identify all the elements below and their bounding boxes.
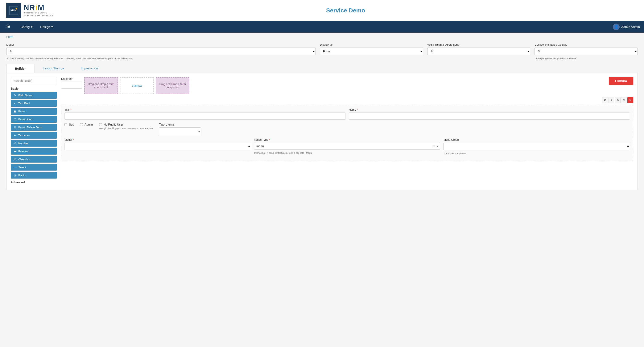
logo-nrim: NRiM [24, 4, 54, 12]
sidebar-btn-button-alert-label: Button Alert [18, 118, 32, 121]
sidebar-btn-checkbox[interactable]: ☑ Checkbox [11, 156, 57, 163]
drop-zone-3-text: Drag and Drop a form component [158, 83, 187, 89]
sidebar-btn-field-name-label: Field Name [18, 94, 32, 97]
model-select[interactable]: Si No [6, 48, 316, 55]
tipo-utente-label: Tipo Utente [159, 123, 201, 126]
toolbar-delete-icon[interactable]: ✕ [628, 97, 633, 103]
tab-layout-stampa[interactable]: Layout Stampa [34, 64, 72, 73]
drop-zone-1[interactable]: Drag and Drop a form component [84, 77, 118, 94]
nav-user: 👤 Admin Admin [613, 24, 640, 30]
search-input[interactable] [11, 77, 57, 84]
breadcrumb-form-link[interactable]: Form [6, 35, 13, 39]
password-icon: ✱ [13, 150, 16, 153]
list-order-input[interactable] [61, 82, 82, 89]
sidebar-btn-select[interactable]: ≡ Select [11, 164, 57, 171]
drop-zone-1-text: Drag and Drop a form component [87, 83, 116, 89]
model-label: Model [6, 43, 316, 46]
action-type-clear-icon[interactable]: ✕ [432, 144, 435, 148]
user-avatar-icon: 👤 [613, 24, 620, 30]
checkbox-icon: ☑ [13, 158, 16, 161]
tab-builder[interactable]: Builder [6, 64, 34, 73]
top-header: NRiM NRiM ISTITUTO NAZIONALE DI RICERCA … [0, 0, 644, 21]
list-order-label: List order [61, 77, 82, 80]
checkbox-row: Sys Admin No Public User solo gli utenti… [64, 123, 630, 135]
button-alert-icon: ⊡ [13, 118, 16, 121]
title-input[interactable] [64, 113, 346, 120]
toolbar-edit-icon[interactable]: ✎ [615, 97, 621, 103]
nav-home-icon[interactable]: 🏛 [4, 25, 12, 29]
toolbar-refresh-icon[interactable]: ⟳ [621, 97, 627, 103]
action-type-dropdown-icon[interactable]: ▾ [436, 144, 438, 148]
vedi-select[interactable]: Sì No [427, 48, 530, 55]
sys-checkbox[interactable] [64, 123, 67, 126]
no-public-checkbox[interactable] [99, 123, 102, 126]
model-field-required: * [73, 138, 74, 141]
title-field-group: Title * [64, 108, 346, 120]
text-field-icon: >_ [13, 102, 16, 105]
sidebar-btn-select-label: Select [18, 166, 26, 169]
admin-checkbox-item: Admin [80, 123, 93, 126]
nav-design-label: Design [40, 25, 50, 29]
text-area-icon: A [13, 134, 16, 137]
build-area: List order Drag and Drop a form componen… [61, 77, 633, 186]
select-icon: ≡ [13, 166, 16, 169]
title-name-row: Title * Name * [64, 108, 630, 120]
user-name: Admin Admin [621, 25, 640, 29]
sidebar-btn-button-label: Button [18, 110, 26, 113]
tipo-utente-select[interactable] [159, 127, 201, 135]
toolbar-add-icon[interactable]: + [608, 97, 614, 103]
model-group: Model Si No Si: crea il model | | No: so… [6, 43, 316, 60]
admin-checkbox[interactable] [80, 123, 83, 126]
menu-group-hint: TODO: da completare [444, 152, 630, 155]
sidebar-btn-password-label: Password [18, 150, 30, 153]
logo-dot: i [35, 3, 38, 12]
gestisci-select[interactable]: Si No [534, 48, 638, 55]
menu-group-select[interactable] [444, 143, 630, 150]
sidebar-btn-text-field-label: Text Field [18, 102, 30, 105]
display-select[interactable]: Form List [320, 48, 423, 55]
sidebar-section-advanced: Advanced [11, 181, 57, 184]
drop-zone-stampa[interactable]: stampa [120, 77, 154, 94]
sidebar-btn-button-alert[interactable]: ⊡ Button Alert [11, 116, 57, 123]
toolbar-icons: ⚙ + ✎ ⟳ ✕ [61, 97, 633, 103]
number-icon: # [13, 142, 16, 145]
action-type-field-group: Action Type * menu ✕ ▾ Interfaccia --> s… [254, 138, 440, 155]
list-order-box: List order [61, 77, 82, 89]
vedi-group: Vedi Pulsante 'Abbandona' Sì No [427, 43, 530, 55]
sidebar-btn-password[interactable]: ✱ Password [11, 148, 57, 155]
model-field-select[interactable] [64, 143, 251, 150]
name-input[interactable] [349, 113, 630, 120]
breadcrumb-separator: - [14, 35, 15, 39]
nav-design-arrow: ▾ [51, 25, 53, 29]
nav-design[interactable]: Design ▾ [36, 21, 57, 33]
toolbar-settings-icon[interactable]: ⚙ [602, 97, 608, 103]
model-field-label: Model * [64, 138, 251, 141]
sidebar-btn-field-name[interactable]: ✎ Field Name [11, 92, 57, 99]
builder-container: Basic ✎ Field Name >_ Text Field ▣ Butto… [6, 73, 638, 190]
sidebar-btn-text-field[interactable]: >_ Text Field [11, 100, 57, 107]
tab-impostazioni[interactable]: Impostazioni [72, 64, 107, 73]
gestisci-group: Gestisci onchange Goblale Si No Usare pe… [534, 43, 638, 60]
logo-area: NRiM NRiM ISTITUTO NAZIONALE DI RICERCA … [6, 3, 54, 18]
elimina-button[interactable]: Elimina [609, 77, 633, 85]
nav-bar: 🏛 Config ▾ Design ▾ 👤 Admin Admin [0, 21, 644, 33]
sidebar-btn-number-label: Number [18, 142, 28, 145]
action-type-input[interactable]: menu ✕ ▾ [254, 143, 440, 150]
gestisci-label: Gestisci onchange Goblale [534, 43, 638, 46]
logo-text: NRiM ISTITUTO NAZIONALE DI RICERCA METRO… [24, 4, 54, 17]
no-public-label: No Public User [104, 123, 123, 126]
sidebar-btn-number[interactable]: # Number [11, 140, 57, 147]
drop-zone-3[interactable]: Drag and Drop a form component [156, 77, 189, 94]
radio-icon: ◎ [13, 174, 16, 177]
action-type-required: * [269, 138, 270, 141]
sidebar-btn-button[interactable]: ▣ Button [11, 108, 57, 115]
action-type-label: Action Type * [254, 138, 440, 141]
sidebar-btn-radio-label: Radio [18, 174, 26, 177]
nav-config[interactable]: Config ▾ [17, 21, 36, 33]
no-public-group: No Public User solo gli utenti loggati h… [99, 123, 152, 130]
tabs-row: Builder Layout Stampa Impostazioni [6, 64, 638, 73]
sidebar-btn-text-area[interactable]: A Text Area [11, 132, 57, 139]
logo-subtitle: ISTITUTO NAZIONALE DI RICERCA METROLOGIC… [24, 12, 54, 17]
sidebar-btn-radio[interactable]: ◎ Radio [11, 172, 57, 179]
sidebar-btn-button-delete-form[interactable]: ⊞ Button Delete Form [11, 124, 57, 131]
